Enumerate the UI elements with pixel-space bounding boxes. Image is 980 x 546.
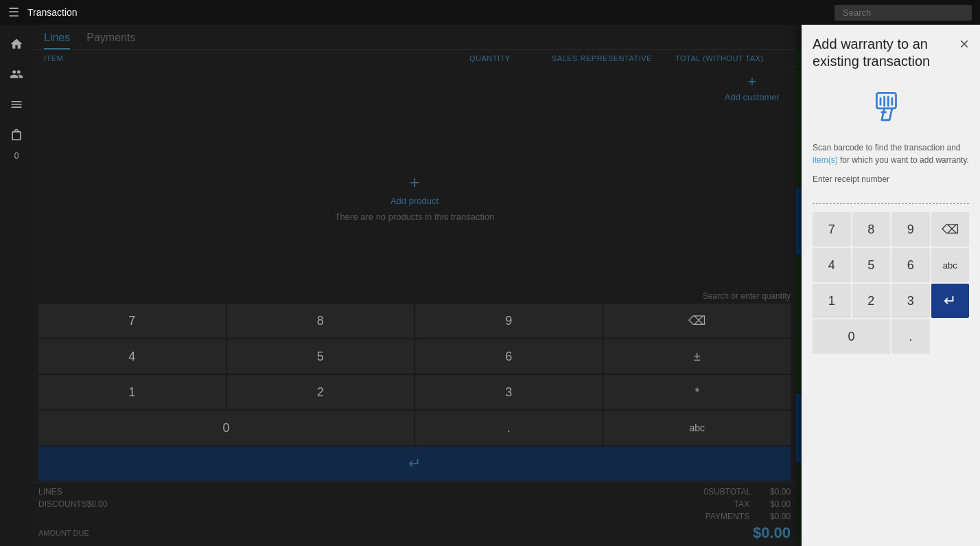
dim-overlay xyxy=(33,25,802,546)
side-numpad-3[interactable]: 3 xyxy=(891,284,930,318)
side-panel-close-button[interactable]: × xyxy=(959,36,969,52)
side-numpad-2[interactable]: 2 xyxy=(852,284,891,318)
side-numpad-4[interactable]: 4 xyxy=(813,248,851,282)
barcode-scanner-icon xyxy=(870,87,911,128)
sidebar-item-users[interactable] xyxy=(3,60,30,88)
side-numpad: 7 8 9 ⌫ 4 5 6 abc 1 2 3 ↵ 0 . xyxy=(813,212,969,354)
side-panel: Add warranty to an existing transaction … xyxy=(802,25,980,546)
side-numpad-7[interactable]: 7 xyxy=(813,212,851,247)
search-input[interactable] xyxy=(835,5,972,21)
barcode-icon-area xyxy=(813,81,969,133)
sidebar: 0 xyxy=(0,25,33,546)
sidebar-item-home[interactable] xyxy=(3,30,30,58)
side-panel-title: Add warranty to an existing transaction xyxy=(813,36,950,70)
receipt-number-input[interactable] xyxy=(813,187,969,204)
side-numpad-0[interactable]: 0 xyxy=(813,319,890,354)
side-numpad-enter[interactable]: ↵ xyxy=(931,284,970,318)
side-numpad-dot[interactable]: . xyxy=(891,319,930,354)
sidebar-item-count: 0 xyxy=(14,151,19,161)
receipt-input-group: Enter receipt number xyxy=(813,174,969,204)
sidebar-item-bag[interactable] xyxy=(3,121,30,148)
side-numpad-backspace[interactable]: ⌫ xyxy=(931,212,970,247)
side-numpad-5[interactable]: 5 xyxy=(852,248,891,282)
side-numpad-6[interactable]: 6 xyxy=(891,248,930,282)
topbar-title: Transaction xyxy=(27,7,78,18)
side-numpad-9[interactable]: 9 xyxy=(891,212,930,247)
menu-icon[interactable]: ☰ xyxy=(8,5,19,20)
side-panel-body: Scan barcode to find the transaction and… xyxy=(802,76,980,546)
sidebar-item-menu[interactable] xyxy=(3,91,30,118)
side-numpad-abc[interactable]: abc xyxy=(931,248,970,282)
scan-instruction: Scan barcode to find the transaction and… xyxy=(813,141,969,166)
items-link[interactable]: item(s) xyxy=(813,155,838,165)
side-numpad-1[interactable]: 1 xyxy=(813,284,851,318)
receipt-input-label: Enter receipt number xyxy=(813,174,969,184)
side-numpad-8[interactable]: 8 xyxy=(852,212,891,247)
side-panel-header: Add warranty to an existing transaction … xyxy=(802,25,980,76)
